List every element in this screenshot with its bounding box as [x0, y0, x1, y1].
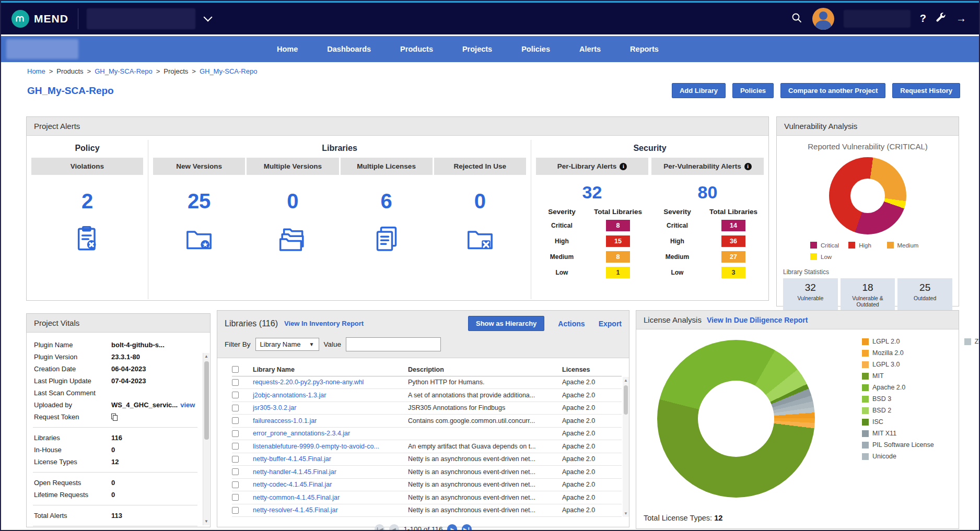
- row-checkbox[interactable]: [232, 468, 239, 475]
- last-page-button[interactable]: ▶❙: [462, 524, 472, 531]
- library-name-link[interactable]: requests-2.20.0-py2.py3-none-any.whl: [253, 379, 408, 386]
- first-page-button[interactable]: ❙◀: [375, 524, 384, 531]
- logout-icon[interactable]: →: [956, 13, 966, 25]
- library-statistics-title: Library Statistics: [783, 268, 959, 276]
- column-description[interactable]: Description: [408, 366, 562, 373]
- row-checkbox[interactable]: [232, 494, 239, 501]
- nav-item[interactable]: Dashboards: [327, 45, 371, 53]
- legend-swatch: [862, 442, 869, 449]
- help-icon[interactable]: ?: [920, 13, 926, 25]
- actions-menu[interactable]: Actions: [558, 320, 585, 328]
- violations-label[interactable]: Violations: [31, 158, 143, 175]
- nav-item[interactable]: Alerts: [579, 45, 601, 53]
- table-row: j2objc-annotations-1.3.jar A set of anno…: [232, 389, 622, 402]
- legend-label: LGPL 3.0: [872, 361, 900, 368]
- show-as-hierarchy-button[interactable]: Show as Hierarchy: [468, 316, 544, 331]
- policies-button[interactable]: Policies: [732, 83, 774, 98]
- next-page-button[interactable]: ▶: [447, 524, 457, 531]
- chevron-down-icon[interactable]: [203, 13, 212, 21]
- svg-text:★: ★: [202, 240, 209, 249]
- add-library-button[interactable]: Add Library: [672, 83, 726, 98]
- scroll-down-icon[interactable]: ▼: [203, 518, 209, 525]
- row-checkbox[interactable]: [232, 417, 239, 424]
- organization-selector[interactable]: [87, 8, 195, 29]
- info-icon[interactable]: i: [620, 163, 627, 170]
- view-due-diligence-link[interactable]: View In Due Diligence Report: [707, 316, 808, 324]
- nav-item[interactable]: Home: [277, 45, 298, 53]
- row-checkbox[interactable]: [232, 507, 239, 514]
- library-name-link[interactable]: failureaccess-1.0.1.jar: [253, 417, 408, 424]
- page-title: GH_My-SCA-Repo: [27, 85, 114, 97]
- view-inventory-report-link[interactable]: View In Inventory Report: [284, 320, 364, 327]
- library-name-link[interactable]: listenablefuture-9999.0-empty-to-avoid-c…: [253, 443, 408, 450]
- filter-value-input[interactable]: [346, 337, 441, 351]
- vitals-scrollbar[interactable]: ▲ ▼: [203, 353, 209, 525]
- breadcrumb-home[interactable]: Home: [27, 67, 45, 75]
- library-name-link[interactable]: netty-resolver-4.1.45.Final.jar: [253, 506, 408, 514]
- row-checkbox[interactable]: [232, 379, 239, 386]
- legend-label: BSD 2: [872, 407, 891, 414]
- vitals-value: 0: [111, 444, 115, 456]
- main-nav: HomeDashboardsProductsProjectsPoliciesAl…: [1, 36, 979, 62]
- select-all-checkbox[interactable]: [232, 366, 239, 373]
- table-header-row: Library Name Description Licenses: [232, 363, 622, 376]
- vitals-row-uploaded-by: Uploaded by WS_4_GHC_servic... view: [34, 399, 197, 411]
- per-library-alerts-label[interactable]: Per-Library Alertsi: [536, 158, 648, 175]
- row-checkbox[interactable]: [232, 456, 239, 463]
- nav-item[interactable]: Products: [400, 45, 433, 53]
- mend-logo[interactable]: MEND: [1, 8, 78, 29]
- scroll-down-icon[interactable]: ▼: [623, 510, 629, 517]
- new-versions-label[interactable]: New Versions: [153, 158, 245, 175]
- library-license: Apache 2.0: [562, 430, 622, 437]
- export-menu[interactable]: Export: [599, 320, 622, 328]
- search-icon[interactable]: [790, 11, 803, 26]
- severity-label: Low: [651, 269, 703, 276]
- library-name-link[interactable]: netty-common-4.1.45.Final.jar: [253, 494, 408, 501]
- user-avatar[interactable]: [812, 8, 834, 30]
- prev-page-button[interactable]: ◀: [389, 524, 399, 531]
- vitals-value: WS_4_GHC_servic...: [111, 399, 178, 411]
- nav-item[interactable]: Projects: [462, 45, 492, 53]
- scroll-up-icon[interactable]: ▲: [203, 353, 209, 360]
- request-history-button[interactable]: Request History: [892, 83, 960, 98]
- library-name-link[interactable]: error_prone_annotations-2.3.4.jar: [253, 430, 408, 437]
- admin-wrench-icon[interactable]: [936, 12, 947, 25]
- scrollbar-thumb[interactable]: [204, 361, 209, 440]
- library-name-link[interactable]: j2objc-annotations-1.3.jar: [253, 392, 408, 399]
- mend-project-page: MEND ? → HomeDashboardsProductsProjectsP…: [0, 0, 980, 531]
- panel-title: License Analysis: [644, 315, 702, 324]
- severity-count-badge: 8: [606, 251, 630, 263]
- row-checkbox[interactable]: [232, 430, 239, 437]
- column-licenses[interactable]: Licenses: [562, 366, 622, 373]
- breadcrumb-project-link[interactable]: GH_My-SCA-Repo: [200, 67, 258, 75]
- column-library-name[interactable]: Library Name: [253, 366, 408, 373]
- breadcrumb-product-link[interactable]: GH_My-SCA-Repo: [95, 67, 153, 75]
- library-name-link[interactable]: netty-codec-4.1.45.Final.jar: [253, 481, 408, 488]
- table-scrollbar[interactable]: ▲ ▼: [623, 377, 629, 517]
- info-icon[interactable]: i: [744, 163, 752, 170]
- vitals-label: Total Alerts: [34, 510, 111, 522]
- compare-project-button[interactable]: Compare to another Project: [780, 83, 885, 98]
- library-name-link[interactable]: netty-buffer-4.1.45.Final.jar: [253, 455, 408, 463]
- filter-by-select[interactable]: Library Name▼: [255, 338, 319, 351]
- row-checkbox[interactable]: [232, 443, 239, 450]
- row-checkbox[interactable]: [232, 481, 239, 488]
- library-name-link[interactable]: netty-handler-4.1.45.Final.jar: [253, 468, 408, 476]
- legend-item: MIT: [862, 372, 934, 380]
- row-checkbox[interactable]: [232, 392, 239, 398]
- rejected-in-use-label[interactable]: Rejected In Use: [434, 158, 526, 175]
- copy-token-icon[interactable]: [111, 414, 118, 421]
- user-name[interactable]: [844, 10, 911, 28]
- multiple-licenses-label[interactable]: Multiple Licenses: [341, 158, 433, 175]
- severity-row: Critical 8: [536, 220, 648, 231]
- row-checkbox[interactable]: [232, 405, 239, 411]
- per-vulnerability-alerts-label[interactable]: Per-Vulnerability Alertsi: [651, 158, 764, 175]
- scroll-up-icon[interactable]: ▲: [623, 377, 629, 384]
- uploaded-by-view-link[interactable]: view: [180, 399, 195, 411]
- library-name-link[interactable]: jsr305-3.0.2.jar: [253, 404, 408, 411]
- nav-item[interactable]: Policies: [521, 45, 550, 53]
- scrollbar-thumb[interactable]: [624, 385, 628, 415]
- nav-item[interactable]: Reports: [630, 45, 659, 53]
- multiple-versions-label[interactable]: Multiple Versions: [247, 158, 339, 175]
- severity-label: High: [651, 238, 703, 245]
